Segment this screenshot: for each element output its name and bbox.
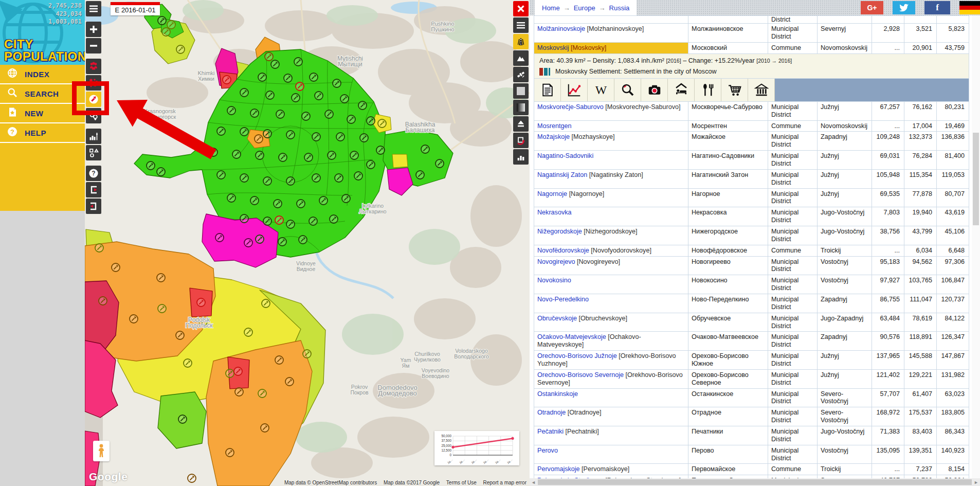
- facebook-button[interactable]: f: [924, 1, 950, 14]
- district-link[interactable]: Otradnoje: [537, 409, 566, 416]
- hotels-icon[interactable]: [668, 79, 695, 101]
- district-link[interactable]: Orechovo-Borisovo Severnoje: [537, 371, 624, 379]
- growth-marker[interactable]: [416, 171, 424, 179]
- growth-marker[interactable]: [240, 128, 248, 136]
- growth-marker[interactable]: [147, 161, 155, 170]
- growth-marker[interactable]: [263, 130, 271, 138]
- district-link[interactable]: Orechovo-Borisovo Južnoje: [537, 352, 617, 359]
- district-link[interactable]: Molžaninovskoje: [537, 25, 585, 32]
- district-link[interactable]: Perovo: [537, 447, 558, 454]
- district-link[interactable]: Novogirejevo: [537, 258, 575, 265]
- growth-marker[interactable]: [275, 216, 283, 224]
- growth-marker[interactable]: [294, 58, 302, 66]
- district-link[interactable]: Možajskoje: [537, 133, 570, 140]
- growth-marker[interactable]: [162, 28, 170, 36]
- menu-icon[interactable]: [86, 1, 101, 16]
- growth-marker[interactable]: [421, 145, 429, 153]
- twitter-button[interactable]: [893, 1, 915, 14]
- growth-marker[interactable]: [256, 151, 264, 159]
- district-link[interactable]: Pečatniki: [537, 428, 564, 435]
- growth-arrows-icon[interactable]: [86, 92, 101, 107]
- growth-marker[interactable]: [276, 110, 284, 118]
- growth-marker[interactable]: [232, 150, 241, 158]
- growth-marker[interactable]: [278, 238, 286, 246]
- wikipedia-icon[interactable]: W: [588, 79, 614, 101]
- plain-style-icon[interactable]: [513, 83, 529, 99]
- choropleth-map[interactable]: PushkinoПушкиноMytishchiМытищиKhimkiХимк…: [85, 0, 530, 486]
- growth-marker[interactable]: [312, 174, 320, 182]
- growth-marker[interactable]: [340, 95, 349, 103]
- growth-marker[interactable]: [226, 448, 234, 457]
- growth-marker[interactable]: [250, 196, 259, 205]
- growth-marker[interactable]: [266, 91, 274, 99]
- sights-icon[interactable]: [748, 79, 775, 101]
- district-link[interactable]: Novokosino: [537, 277, 571, 284]
- shapes-icon[interactable]: [86, 145, 101, 160]
- growth-marker[interactable]: [328, 151, 336, 159]
- district-link[interactable]: Nižegorodskoje: [537, 228, 582, 235]
- growth-marker[interactable]: [302, 112, 310, 120]
- scroll-right-arrow[interactable]: ►: [972, 480, 980, 485]
- growth-marker[interactable]: [158, 16, 166, 25]
- eject-icon[interactable]: [513, 116, 529, 132]
- population-structure-icon[interactable]: [86, 59, 101, 74]
- growth-marker[interactable]: [258, 389, 266, 398]
- growth-marker[interactable]: [330, 215, 338, 223]
- growth-marker[interactable]: [176, 45, 185, 53]
- growth-marker[interactable]: [315, 92, 323, 100]
- extent-forward-icon[interactable]: [86, 199, 101, 214]
- growth-marker[interactable]: [263, 177, 271, 185]
- growth-marker[interactable]: [435, 159, 444, 168]
- sidebar-item-index[interactable]: INDEX: [0, 65, 85, 84]
- growth-marker[interactable]: [284, 74, 292, 82]
- sidebar-item-help[interactable]: ? HELP: [0, 123, 85, 143]
- zoom-in-icon[interactable]: [86, 22, 101, 37]
- growth-marker[interactable]: [250, 109, 259, 117]
- growth-marker[interactable]: [335, 174, 343, 182]
- district-link[interactable]: Moskvorečje-Saburovo: [537, 103, 604, 111]
- district-link[interactable]: Nagatino-Sadovniki: [537, 152, 593, 159]
- growth-marker[interactable]: [258, 73, 266, 81]
- growth-marker[interactable]: [354, 172, 362, 180]
- growth-marker[interactable]: [299, 236, 307, 244]
- dot-map-icon[interactable]: [86, 75, 101, 91]
- district-link[interactable]: Nagatinskij Zaton: [537, 171, 587, 178]
- statistics-icon[interactable]: [513, 149, 529, 165]
- growth-marker[interactable]: [235, 388, 243, 396]
- german-language-button[interactable]: [959, 1, 980, 14]
- growth-marker[interactable]: [310, 73, 318, 81]
- growth-marker[interactable]: [333, 79, 341, 87]
- growth-marker[interactable]: [319, 196, 328, 205]
- growth-marker[interactable]: [217, 127, 225, 135]
- scroll-left-arrow[interactable]: ◄: [530, 480, 537, 485]
- growth-marker[interactable]: [360, 134, 368, 142]
- district-link[interactable]: Novo-Peredelkino: [537, 296, 589, 303]
- growth-marker[interactable]: [292, 94, 300, 102]
- growth-marker[interactable]: [286, 220, 295, 228]
- growth-marker[interactable]: [240, 174, 248, 182]
- growth-marker[interactable]: [176, 331, 184, 339]
- growth-marker[interactable]: [95, 244, 103, 252]
- terrain-icon[interactable]: [513, 50, 529, 66]
- horizontal-scrollbar[interactable]: ◄ ►: [530, 478, 980, 486]
- zoom-out-icon[interactable]: [86, 38, 101, 53]
- breadcrumb-europe[interactable]: Europe: [574, 4, 595, 12]
- google-plus-button[interactable]: G+: [861, 1, 883, 14]
- breadcrumb-home[interactable]: Home: [542, 4, 560, 12]
- growth-marker[interactable]: [99, 297, 107, 305]
- growth-marker[interactable]: [297, 200, 305, 208]
- growth-marker[interactable]: [112, 263, 120, 272]
- growth-marker[interactable]: [286, 177, 295, 185]
- growth-marker[interactable]: [178, 415, 187, 423]
- pegman-control[interactable]: [93, 441, 110, 461]
- extent-back-icon[interactable]: [86, 182, 101, 197]
- growth-marker[interactable]: [167, 21, 175, 29]
- growth-marker[interactable]: [325, 110, 333, 118]
- satellite-icon[interactable]: [513, 67, 529, 82]
- growth-marker[interactable]: [217, 171, 225, 179]
- district-link[interactable]: Očakovo-Matvejevskoje: [537, 333, 606, 340]
- growth-marker[interactable]: [234, 367, 242, 375]
- census-icon[interactable]: [534, 79, 561, 101]
- district-link[interactable]: Nagornoje: [537, 190, 567, 197]
- chart-icon[interactable]: [561, 79, 588, 101]
